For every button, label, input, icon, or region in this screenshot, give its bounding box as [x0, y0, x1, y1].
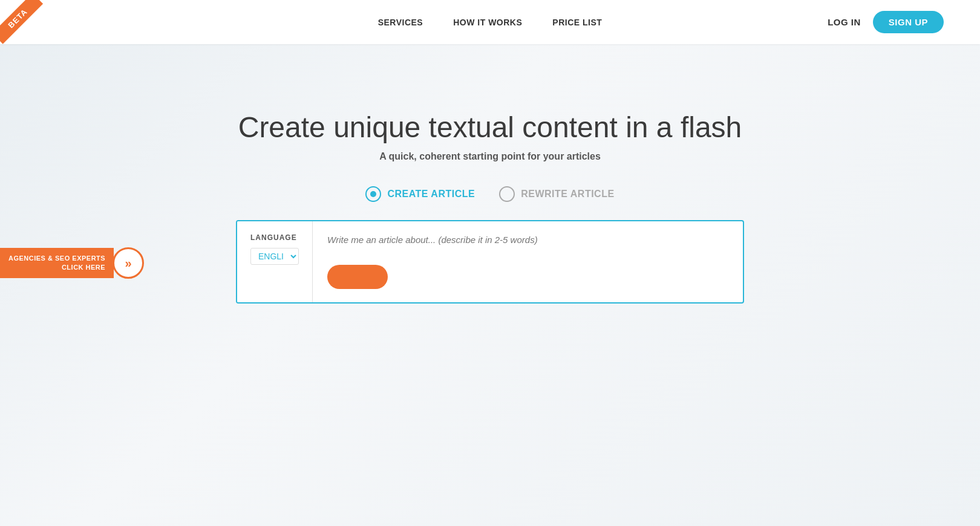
generate-button[interactable]: [327, 265, 388, 289]
language-section: LANGUAGE ENGLISH FRENCH SPANISH GERMAN I…: [237, 221, 313, 302]
nav-link-services[interactable]: SERVICES: [378, 18, 423, 27]
language-label: LANGUAGE: [250, 233, 299, 242]
side-panel-arrow-button[interactable]: »: [113, 247, 144, 279]
article-topic-input[interactable]: [327, 235, 728, 255]
form-card: LANGUAGE ENGLISH FRENCH SPANISH GERMAN I…: [236, 220, 744, 304]
side-panel-line2: CLICK HERE: [8, 263, 105, 272]
side-panel-line1: AGENCIES & SEO EXPERTS: [8, 254, 105, 263]
side-panel-label: AGENCIES & SEO EXPERTS CLICK HERE: [0, 248, 114, 279]
create-article-option[interactable]: CREATE ARTICLE: [365, 186, 475, 202]
create-article-radio[interactable]: [365, 186, 381, 202]
rewrite-article-label: REWRITE ARTICLE: [521, 189, 614, 200]
side-panel[interactable]: AGENCIES & SEO EXPERTS CLICK HERE »: [0, 247, 144, 279]
rewrite-article-option[interactable]: REWRITE ARTICLE: [499, 186, 614, 202]
input-section: [313, 221, 743, 302]
chevron-double-right-icon: »: [125, 257, 132, 269]
beta-ribbon: [0, 0, 48, 48]
header: SERVICES HOW IT WORKS PRICE LIST LOG IN …: [0, 0, 980, 44]
nav-link-price-list[interactable]: PRICE LIST: [552, 18, 602, 27]
login-link[interactable]: LOG IN: [828, 17, 861, 27]
create-article-label: CREATE ARTICLE: [387, 189, 475, 200]
language-select[interactable]: ENGLISH FRENCH SPANISH GERMAN ITALIAN: [250, 248, 299, 265]
signup-button[interactable]: SIGN UP: [873, 11, 944, 33]
nav-right: LOG IN SIGN UP: [828, 11, 944, 33]
mode-radio-group: CREATE ARTICLE REWRITE ARTICLE: [365, 186, 614, 202]
hero-section: Create unique textual content in a flash…: [0, 44, 980, 304]
hero-subtitle: A quick, coherent starting point for you…: [379, 151, 601, 162]
hero-title: Create unique textual content in a flash: [238, 111, 742, 144]
nav-link-how-it-works[interactable]: HOW IT WORKS: [453, 18, 522, 27]
rewrite-article-radio[interactable]: [499, 186, 515, 202]
nav-center: SERVICES HOW IT WORKS PRICE LIST: [378, 18, 603, 27]
